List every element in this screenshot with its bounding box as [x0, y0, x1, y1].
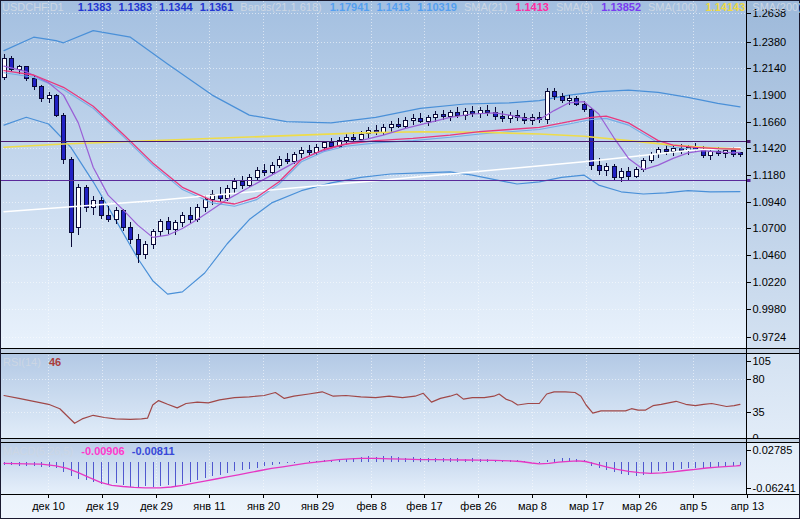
svg-text:1.2638: 1.2638: [753, 7, 787, 19]
svg-text:1.2380: 1.2380: [753, 36, 787, 48]
svg-text:апр 13: апр 13: [731, 500, 764, 512]
svg-text:1.1900: 1.1900: [753, 89, 787, 101]
svg-text:80: 80: [753, 373, 765, 385]
svg-text:1.0460: 1.0460: [753, 249, 787, 261]
svg-text:1.2140: 1.2140: [753, 62, 787, 74]
svg-text:янв 11: янв 11: [193, 500, 225, 512]
svg-text:1.1420: 1.1420: [753, 142, 787, 154]
svg-text:апр 5: апр 5: [680, 500, 707, 512]
svg-text:35: 35: [753, 406, 765, 418]
svg-text:мар 8: мар 8: [518, 500, 547, 512]
svg-text:мар 17: мар 17: [569, 500, 604, 512]
svg-text:1.1180: 1.1180: [753, 169, 786, 181]
svg-text:0.9724: 0.9724: [753, 331, 787, 343]
svg-text:фев 26: фев 26: [460, 500, 496, 512]
svg-text:дек 19: дек 19: [86, 500, 119, 512]
svg-text:фев 8: фев 8: [356, 500, 386, 512]
svg-text:дек 10: дек 10: [32, 500, 65, 512]
chart-canvas[interactable]: 1.26381.23801.21401.19001.16601.14201.11…: [0, 0, 800, 519]
svg-text:1.0220: 1.0220: [753, 276, 787, 288]
svg-text:0.02785: 0.02785: [753, 444, 793, 456]
svg-text:0.9980: 0.9980: [753, 303, 787, 315]
svg-text:фев 17: фев 17: [406, 500, 442, 512]
svg-text:-0.06241: -0.06241: [753, 482, 796, 494]
terminal-chart-window: 1.26381.23801.21401.19001.16601.14201.11…: [0, 0, 800, 519]
svg-text:янв 29: янв 29: [301, 500, 334, 512]
svg-text:1.0940: 1.0940: [753, 196, 787, 208]
svg-text:дек 29: дек 29: [140, 500, 173, 512]
svg-text:1.1660: 1.1660: [753, 116, 787, 128]
svg-text:янв 20: янв 20: [247, 500, 280, 512]
svg-text:мар 26: мар 26: [622, 500, 657, 512]
svg-text:1.0700: 1.0700: [753, 222, 787, 234]
svg-text:105: 105: [753, 355, 771, 367]
